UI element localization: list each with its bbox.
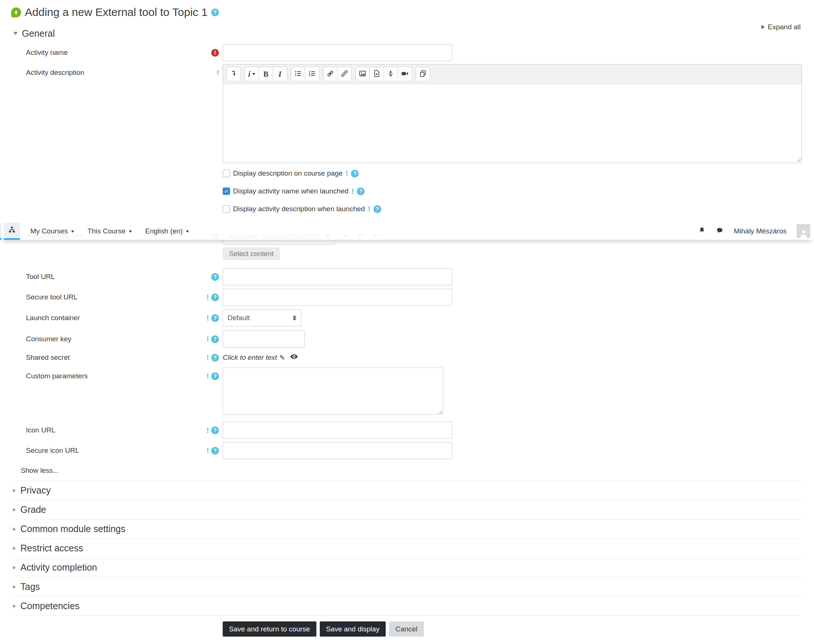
display-activity-name-row: Display activity name when launched xyxy=(223,187,814,196)
editor-italic-button[interactable]: I xyxy=(273,67,287,81)
section-privacy[interactable]: Privacy xyxy=(13,481,802,500)
manage-files-button[interactable] xyxy=(416,67,430,81)
insert-image-button[interactable] xyxy=(355,67,370,81)
section-tags[interactable]: Tags xyxy=(13,577,802,596)
caret-down-icon xyxy=(129,230,132,233)
media-icon xyxy=(373,70,380,78)
advanced-icon xyxy=(206,354,209,361)
tool-url-label: Tool URL xyxy=(26,273,55,281)
eye-icon[interactable] xyxy=(285,353,298,363)
show-less-link[interactable]: Show less... xyxy=(21,466,814,475)
help-icon[interactable] xyxy=(357,187,365,195)
secure-tool-url-input[interactable] xyxy=(223,289,452,306)
navbar: My Courses This Course English (en) Mihá… xyxy=(0,222,814,240)
section-common-module-settings[interactable]: Common module settings xyxy=(13,520,802,539)
nav-language[interactable]: English (en) xyxy=(145,227,189,235)
help-icon[interactable] xyxy=(374,205,381,213)
bold-icon: B xyxy=(263,70,268,79)
expand-all-link[interactable]: Expand all xyxy=(761,23,801,31)
save-and-display-button[interactable]: Save and display xyxy=(320,621,386,636)
secure-tool-url-label: Secure tool URL xyxy=(26,293,77,301)
pencil-icon[interactable]: ✎ xyxy=(279,354,285,362)
microphone-icon xyxy=(387,70,395,78)
advanced-icon xyxy=(206,293,209,301)
page-title: Adding a new External tool to Topic 1 xyxy=(25,6,207,18)
nav-this-course-label: This Course xyxy=(87,227,125,235)
nav-my-courses-label: My Courses xyxy=(31,227,68,235)
external-tool-icon xyxy=(11,8,21,17)
unordered-list-icon xyxy=(294,70,302,78)
editor-link-button[interactable] xyxy=(323,67,337,81)
italic-icon: I xyxy=(278,70,281,79)
help-icon[interactable] xyxy=(211,273,219,281)
section-title: Grade xyxy=(20,504,46,515)
resize-grip-icon[interactable] xyxy=(796,157,801,162)
icon-url-input[interactable] xyxy=(223,422,452,439)
ordered-list-button[interactable]: 123 xyxy=(305,67,319,81)
cancel-button[interactable]: Cancel xyxy=(389,621,423,636)
display-description-label: Display description on course page xyxy=(233,169,343,178)
nav-tab-cut[interactable] xyxy=(0,223,2,240)
advanced-icon xyxy=(206,447,209,454)
section-competencies[interactable]: Competencies xyxy=(13,596,802,616)
section-grade[interactable]: Grade xyxy=(13,500,802,520)
chevron-right-icon xyxy=(13,547,16,550)
secure-icon-url-input[interactable] xyxy=(223,442,452,459)
consumer-key-label: Consumer key xyxy=(26,335,72,343)
shared-secret-value[interactable]: Click to enter text xyxy=(223,354,277,362)
help-icon[interactable] xyxy=(351,170,359,178)
advanced-icon xyxy=(368,205,371,213)
tool-url-input[interactable] xyxy=(223,268,452,285)
help-icon[interactable] xyxy=(211,426,219,434)
custom-parameters-textarea[interactable] xyxy=(223,368,443,415)
advanced-icon xyxy=(352,187,354,195)
page-help-icon[interactable] xyxy=(211,9,219,16)
display-activity-name-label: Display activity name when launched xyxy=(233,187,349,195)
nav-menu: My Courses This Course English (en) xyxy=(31,222,189,240)
messages-icon[interactable] xyxy=(716,226,724,236)
editor-toolbar-toggle-button[interactable] xyxy=(226,67,241,81)
help-icon[interactable] xyxy=(211,447,219,455)
collapsed-sections: Privacy Grade Common module settings Res… xyxy=(13,481,802,616)
help-icon[interactable] xyxy=(211,314,219,322)
insert-media-button[interactable] xyxy=(369,67,384,81)
save-and-return-button[interactable]: Save and return to course xyxy=(223,621,316,636)
activity-name-input[interactable] xyxy=(223,44,452,61)
consumer-key-input[interactable] xyxy=(223,331,305,348)
chevron-right-icon xyxy=(761,25,765,29)
select-content-button[interactable]: Select content xyxy=(223,247,280,260)
display-activity-description-checkbox[interactable] xyxy=(223,205,230,213)
files-icon xyxy=(419,70,427,78)
activity-description-row: Activity description i B xyxy=(0,64,814,163)
help-icon[interactable] xyxy=(211,335,219,343)
unlink-icon-button[interactable] xyxy=(337,67,352,81)
overlap-zone: Preconfigured tool Automatic, based on t… xyxy=(0,222,814,268)
nav-tab-sitemap[interactable] xyxy=(4,223,20,240)
notifications-bell-icon[interactable] xyxy=(698,226,706,236)
user-name[interactable]: Mihály Mészáros xyxy=(734,227,786,235)
display-description-checkbox[interactable] xyxy=(223,170,230,177)
launch-container-value: Default xyxy=(227,314,250,322)
editor-toolbar: i B I 123 xyxy=(223,64,802,84)
help-icon[interactable] xyxy=(211,354,219,362)
nav-this-course[interactable]: This Course xyxy=(87,227,132,235)
record-audio-button[interactable] xyxy=(383,67,398,81)
section-general-header[interactable]: General xyxy=(13,28,814,39)
nav-my-courses[interactable]: My Courses xyxy=(31,227,74,235)
editor-text-area[interactable] xyxy=(223,84,802,163)
advanced-icon xyxy=(206,426,209,434)
editor-paragraph-styles-button[interactable]: i xyxy=(245,67,259,81)
launch-container-select[interactable]: Default xyxy=(223,310,301,327)
display-activity-name-checkbox[interactable] xyxy=(223,187,230,195)
image-icon xyxy=(359,70,366,78)
section-restrict-access[interactable]: Restrict access xyxy=(13,539,802,558)
editor-unordered-list-button[interactable] xyxy=(291,67,305,81)
help-icon[interactable] xyxy=(211,293,219,301)
help-icon[interactable] xyxy=(211,373,219,380)
section-activity-completion[interactable]: Activity completion xyxy=(13,558,802,577)
avatar[interactable] xyxy=(797,224,810,238)
editor-bold-button[interactable]: B xyxy=(259,67,273,81)
launch-container-label: Launch container xyxy=(26,314,80,322)
record-video-button[interactable] xyxy=(397,67,412,81)
expand-all-label: Expand all xyxy=(768,23,801,31)
